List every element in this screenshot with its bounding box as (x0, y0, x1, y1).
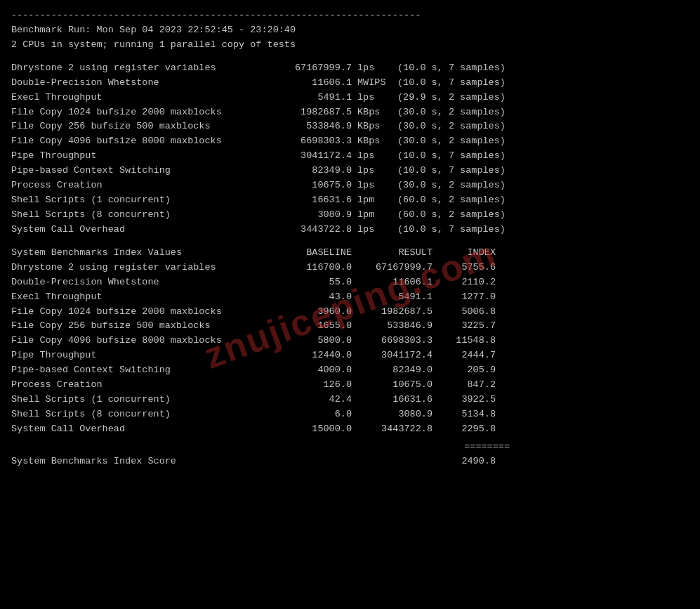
index-row: Double-Precision Whetstone55.011606.1211… (11, 275, 689, 290)
index-row-label: File Copy 256 bufsize 500 maxblocks (11, 319, 271, 334)
index-row-label: Dhrystone 2 using register variables (11, 261, 271, 275)
index-row-label: Pipe Throughput (11, 348, 271, 363)
bench-value: 3443722.8 (271, 223, 352, 237)
benchmark-row: Pipe Throughput3041172.4lps(10.0 s, 7 sa… (11, 149, 689, 164)
index-row-baseline: 116700.0 (271, 261, 352, 275)
index-section: System Benchmarks Index ValuesBASELINERE… (11, 246, 689, 437)
benchmark-row: System Call Overhead3443722.8lps(10.0 s,… (11, 223, 689, 237)
bench-label: File Copy 256 bufsize 500 maxblocks (11, 119, 271, 134)
index-row-label: Execl Throughput (11, 290, 271, 305)
bench-unit: lps (352, 149, 397, 164)
bench-unit: KBps (352, 119, 397, 134)
benchmark-row: File Copy 4096 bufsize 8000 maxblocks669… (11, 134, 689, 149)
index-row-result: 11606.1 (352, 275, 432, 290)
score-value: 2490.8 (432, 454, 496, 469)
bench-value: 5491.1 (271, 91, 352, 105)
bench-unit: lps (352, 223, 397, 237)
index-row-result: 3080.9 (352, 407, 432, 422)
bench-unit: lpm (352, 193, 397, 208)
index-row-baseline: 55.0 (271, 275, 352, 290)
index-row-index: 5006.8 (432, 305, 496, 320)
bench-unit: lpm (352, 208, 397, 223)
benchmark-row: Shell Scripts (1 concurrent)16631.6lpm(6… (11, 193, 689, 208)
index-row-baseline: 3960.0 (271, 305, 352, 320)
index-row-index: 205.9 (432, 363, 496, 378)
index-row: Pipe-based Context Switching4000.082349.… (11, 363, 689, 378)
benchmark-row: Shell Scripts (8 concurrent)3080.9lpm(60… (11, 208, 689, 223)
separator-top: ----------------------------------------… (11, 8, 689, 23)
index-header-result: RESULT (352, 246, 432, 261)
index-row-label: Shell Scripts (1 concurrent) (11, 393, 271, 407)
benchmark-row: Dhrystone 2 using register variables6716… (11, 61, 689, 76)
index-row-index: 5755.6 (432, 261, 496, 275)
index-row-result: 82349.0 (352, 363, 432, 378)
index-row-index: 5134.8 (432, 407, 496, 422)
index-row: Process Creation126.010675.0847.2 (11, 378, 689, 393)
index-row: System Call Overhead15000.03443722.82295… (11, 422, 689, 437)
bench-unit: lps (352, 178, 397, 193)
bench-value: 1982687.5 (271, 105, 352, 120)
index-row-label: System Call Overhead (11, 422, 271, 437)
bench-label: File Copy 1024 bufsize 2000 maxblocks (11, 105, 271, 120)
bench-label: Pipe Throughput (11, 149, 271, 164)
bench-value: 6698303.3 (271, 134, 352, 149)
header-line2: 2 CPUs in system; running 1 parallel cop… (11, 38, 689, 53)
index-row-result: 1982687.5 (352, 305, 432, 320)
benchmark-row: File Copy 1024 bufsize 2000 maxblocks198… (11, 105, 689, 120)
index-row-label: Shell Scripts (8 concurrent) (11, 407, 271, 422)
index-row-label: File Copy 4096 bufsize 8000 maxblocks (11, 334, 271, 348)
index-row-index: 847.2 (432, 378, 496, 393)
index-row-result: 3041172.4 (352, 348, 432, 363)
bench-value: 67167999.7 (271, 61, 352, 76)
bench-value: 11606.1 (271, 76, 352, 91)
index-row-label: File Copy 1024 bufsize 2000 maxblocks (11, 305, 271, 320)
benchmark-row: Pipe-based Context Switching82349.0lps(1… (11, 164, 689, 178)
score-row: System Benchmarks Index Score2490.8 (11, 454, 689, 469)
index-row: Shell Scripts (1 concurrent)42.416631.63… (11, 393, 689, 407)
bench-label: Shell Scripts (1 concurrent) (11, 193, 271, 208)
bench-samples: (10.0 s, 7 samples) (397, 76, 506, 91)
bench-samples: (29.9 s, 2 samples) (397, 91, 506, 105)
index-row: File Copy 256 bufsize 500 maxblocks1655.… (11, 319, 689, 334)
index-row-label: Double-Precision Whetstone (11, 275, 271, 290)
benchmark-row: Double-Precision Whetstone11606.1MWIPS(1… (11, 76, 689, 91)
score-label: System Benchmarks Index Score (11, 454, 271, 469)
benchmark-row: Execl Throughput5491.1lps(29.9 s, 2 samp… (11, 91, 689, 105)
index-row-index: 3225.7 (432, 319, 496, 334)
bench-samples: (60.0 s, 2 samples) (397, 208, 506, 223)
index-row-baseline: 43.0 (271, 290, 352, 305)
index-row-label: Pipe-based Context Switching (11, 363, 271, 378)
index-row-baseline: 126.0 (271, 378, 352, 393)
index-row-index: 11548.8 (432, 334, 496, 348)
index-row-baseline: 1655.0 (271, 319, 352, 334)
index-row-result: 5491.1 (352, 290, 432, 305)
index-row-baseline: 6.0 (271, 407, 352, 422)
index-row: Pipe Throughput12440.03041172.42444.7 (11, 348, 689, 363)
index-header-index: INDEX (432, 246, 496, 261)
index-row: File Copy 4096 bufsize 8000 maxblocks580… (11, 334, 689, 348)
index-row-index: 2110.2 (432, 275, 496, 290)
bench-samples: (10.0 s, 7 samples) (397, 61, 506, 76)
index-row-result: 67167999.7 (352, 261, 432, 275)
score-section: ========System Benchmarks Index Score249… (11, 440, 689, 469)
bench-samples: (30.0 s, 2 samples) (397, 178, 506, 193)
index-row-baseline: 15000.0 (271, 422, 352, 437)
bench-label: Shell Scripts (8 concurrent) (11, 208, 271, 223)
bench-label: Pipe-based Context Switching (11, 164, 271, 178)
index-row-result: 16631.6 (352, 393, 432, 407)
bench-unit: lps (352, 91, 397, 105)
bench-label: Process Creation (11, 178, 271, 193)
index-header-row: System Benchmarks Index ValuesBASELINERE… (11, 246, 689, 261)
bench-label: Execl Throughput (11, 91, 271, 105)
index-header-baseline: BASELINE (271, 246, 352, 261)
bench-value: 3041172.4 (271, 149, 352, 164)
bench-value: 16631.6 (271, 193, 352, 208)
index-row: Execl Throughput43.05491.11277.0 (11, 290, 689, 305)
index-row-index: 3922.5 (432, 393, 496, 407)
bench-samples: (30.0 s, 2 samples) (397, 134, 506, 149)
bench-samples: (30.0 s, 2 samples) (397, 119, 506, 134)
header-section: Benchmark Run: Mon Sep 04 2023 22:52:45 … (11, 23, 689, 53)
index-row: Shell Scripts (8 concurrent)6.03080.9513… (11, 407, 689, 422)
bench-unit: KBps (352, 105, 397, 120)
index-header-label: System Benchmarks Index Values (11, 246, 271, 261)
